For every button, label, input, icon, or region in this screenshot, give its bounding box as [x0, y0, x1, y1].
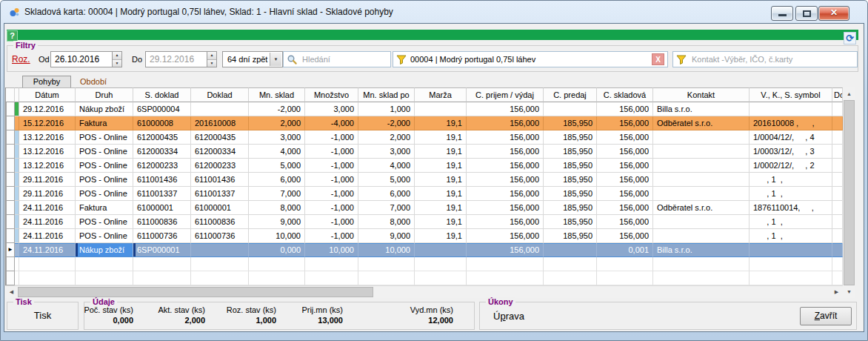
- row-selector-cell[interactable]: [6, 159, 15, 173]
- cell-c_predaj[interactable]: 185,950: [544, 159, 597, 173]
- cell-symbol[interactable]: [750, 243, 832, 257]
- refresh-icon[interactable]: ⟳: [844, 32, 856, 44]
- column-header-doklad[interactable]: Doklad: [191, 87, 249, 102]
- cell-c_skladova[interactable]: 156,000: [597, 187, 653, 201]
- to-date-spinner[interactable]: ▲▼: [207, 51, 217, 67]
- cell-c_prijem[interactable]: 156,000: [467, 187, 544, 201]
- cell-mn_sklad_po[interactable]: 2,000: [358, 130, 415, 145]
- contact-filter-input[interactable]: [690, 54, 854, 64]
- cell-c_prijem[interactable]: 156,000: [467, 116, 544, 130]
- row-selector-cell[interactable]: [6, 116, 15, 130]
- cell-marza[interactable]: 19,1: [415, 201, 467, 215]
- cell-s_doklad[interactable]: 611001337: [133, 187, 191, 201]
- cell-mn_sklad[interactable]: 7,000: [249, 187, 305, 201]
- cell-symbol[interactable]: 1/0003/12/, , 3: [750, 145, 832, 159]
- cell-mn_sklad_po[interactable]: 5,000: [358, 173, 415, 187]
- tab-pohyby[interactable]: Pohyby: [22, 76, 71, 88]
- table-row[interactable]: 29.11.2016POS - Online611001436611001436…: [6, 173, 843, 187]
- from-date-input[interactable]: 26.10.2016: [50, 51, 113, 67]
- column-header-c_prijem[interactable]: C. prijem / výdaj: [467, 87, 544, 102]
- table-row[interactable]: 15.12.2016Faktura610000082016100082,000-…: [6, 116, 843, 130]
- cell-c_predaj[interactable]: 185,950: [544, 145, 597, 159]
- cell-c_prijem[interactable]: 156,000: [467, 159, 544, 173]
- cell-date[interactable]: 24.11.2016: [19, 229, 76, 243]
- cell-symbol[interactable]: 1/0002/12/, , 2: [750, 159, 832, 173]
- column-header-c_skladova[interactable]: C. skladová: [597, 87, 653, 102]
- to-date-input[interactable]: 29.12.2016: [145, 51, 207, 67]
- cell-mn_sklad[interactable]: 4,000: [249, 145, 305, 159]
- row-selector-cell[interactable]: [6, 130, 15, 145]
- titlebar[interactable]: Skladová karta: 00004 | Modrý portugal 0…: [1, 1, 867, 23]
- column-header-mn_sklad[interactable]: Mn. sklad: [249, 87, 305, 102]
- cell-mnozstvo[interactable]: -1,000: [305, 187, 358, 201]
- cell-druh[interactable]: Nákup zboží: [76, 102, 133, 116]
- horizontal-scrollbar-thumb[interactable]: [18, 287, 373, 297]
- cell-symbol[interactable]: 1876110014, ,: [750, 201, 832, 215]
- cell-doklad[interactable]: 201610008: [191, 116, 249, 130]
- row-selector-cell[interactable]: [6, 102, 15, 116]
- cell-druh[interactable]: POS - Online: [76, 145, 133, 159]
- row-selector-cell[interactable]: [6, 187, 15, 201]
- vertical-scrollbar-thumb[interactable]: [844, 100, 855, 285]
- cell-marza[interactable]: 19,1: [415, 145, 467, 159]
- cell-c_skladova[interactable]: 156,000: [597, 173, 653, 187]
- cell-s_doklad[interactable]: 611000836: [133, 215, 191, 229]
- cell-date[interactable]: 13.12.2016: [19, 145, 76, 159]
- column-header-do_col[interactable]: Do: [832, 87, 843, 102]
- cell-do_col[interactable]: [832, 159, 843, 173]
- cell-kontakt[interactable]: Billa s.r.o.: [653, 102, 750, 116]
- cell-date[interactable]: 29.11.2016: [19, 173, 76, 187]
- cell-kontakt[interactable]: [653, 159, 750, 173]
- cell-kontakt[interactable]: [653, 173, 750, 187]
- cell-druh[interactable]: POS - Online: [76, 159, 133, 173]
- table-row[interactable]: 29.12.2016Nákup zboží6SP000004-2,0003,00…: [6, 102, 843, 116]
- cell-s_doklad[interactable]: 611000736: [133, 229, 191, 243]
- cell-c_predaj[interactable]: 185,950: [544, 116, 597, 130]
- cell-do_col[interactable]: [832, 130, 843, 145]
- cell-do_col[interactable]: [832, 201, 843, 215]
- cell-kontakt[interactable]: [653, 187, 750, 201]
- table-row[interactable]: 24.11.2016POS - Online611000736611000736…: [6, 229, 843, 243]
- cell-mn_sklad_po[interactable]: 10,000: [358, 243, 415, 257]
- cell-kontakt[interactable]: Billa s.r.o.: [653, 243, 750, 257]
- cell-kontakt[interactable]: Odběratel s.r.o.: [653, 116, 750, 130]
- cell-date[interactable]: 15.12.2016: [19, 116, 76, 130]
- cell-do_col[interactable]: [832, 215, 843, 229]
- cell-s_doklad[interactable]: 612000233: [133, 159, 191, 173]
- cell-marza[interactable]: [415, 243, 467, 257]
- cell-mn_sklad[interactable]: 8,000: [249, 201, 305, 215]
- scroll-down-icon[interactable]: ▼: [843, 285, 855, 298]
- cell-symbol[interactable]: , 1 ,: [750, 173, 832, 187]
- cell-doklad[interactable]: 61000001: [191, 201, 249, 215]
- cell-c_predaj[interactable]: 185,950: [544, 201, 597, 215]
- cell-s_doklad[interactable]: 612000435: [133, 130, 191, 145]
- cell-kontakt[interactable]: [653, 229, 750, 243]
- table-row[interactable]: 13.12.2016POS - Online612000233612000233…: [6, 159, 843, 173]
- cell-mnozstvo[interactable]: 3,000: [305, 102, 358, 116]
- cell-mnozstvo[interactable]: -1,000: [305, 130, 358, 145]
- cell-marza[interactable]: 19,1: [415, 116, 467, 130]
- cell-mn_sklad_po[interactable]: -2,000: [358, 116, 415, 130]
- cell-symbol[interactable]: 201610008 , ,: [750, 116, 832, 130]
- table-row[interactable]: 24.11.2016POS - Online611000836611000836…: [6, 215, 843, 229]
- column-header-marza[interactable]: Marža: [415, 87, 467, 102]
- cell-druh[interactable]: Faktura: [76, 201, 133, 215]
- row-selector-cell[interactable]: ►: [6, 243, 15, 257]
- cell-marza[interactable]: 19,1: [415, 229, 467, 243]
- cell-mn_sklad[interactable]: 3,000: [249, 130, 305, 145]
- spinner-down-icon[interactable]: ▼: [113, 59, 121, 67]
- cell-do_col[interactable]: [832, 116, 843, 130]
- from-date-spinner[interactable]: ▲▼: [113, 51, 122, 67]
- cell-s_doklad[interactable]: 6SP000004: [133, 102, 191, 116]
- cell-mn_sklad_po[interactable]: 3,000: [358, 145, 415, 159]
- cell-do_col[interactable]: [832, 229, 843, 243]
- cell-mnozstvo[interactable]: -1,000: [305, 145, 358, 159]
- cell-c_skladova[interactable]: 156,000: [597, 201, 653, 215]
- cell-c_predaj[interactable]: 185,950: [544, 229, 597, 243]
- cell-doklad[interactable]: 611000836: [191, 215, 249, 229]
- cell-c_predaj[interactable]: 185,950: [544, 187, 597, 201]
- cell-mnozstvo[interactable]: -4,000: [305, 116, 358, 130]
- clear-filter-button[interactable]: X: [652, 53, 664, 65]
- cell-mn_sklad[interactable]: 2,000: [249, 116, 305, 130]
- cell-mn_sklad_po[interactable]: 9,000: [358, 229, 415, 243]
